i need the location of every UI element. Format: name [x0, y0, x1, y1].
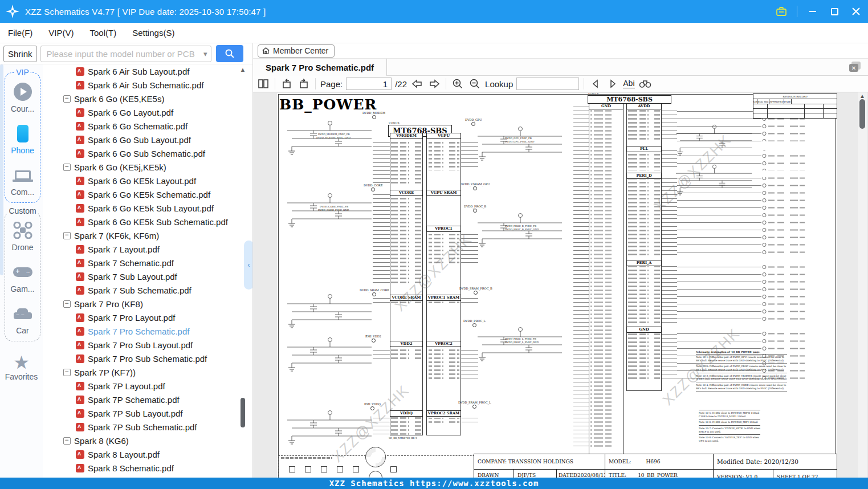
sheet-title-field: TITLE: 10_BB_POWER	[605, 470, 714, 478]
maximize-button[interactable]	[828, 5, 841, 18]
tree-row[interactable]: Spark 7 Pro (KF8)	[43, 297, 252, 311]
tree-row[interactable]: Spark 6 Go KE5k Sub Layout.pdf	[43, 201, 252, 215]
pdf-scrollbar-thumb[interactable]	[859, 99, 865, 129]
collapse-expander-icon[interactable]	[63, 95, 71, 103]
tab-spark7pro-schematic[interactable]: Spark 7 Pro Schematic.pdf	[253, 59, 387, 76]
note-row: Note 10-8: Connects 'AVDD18_TEF' to GND …	[699, 434, 760, 443]
tree-row[interactable]: Spark 7P Sub Schematic.pdf	[43, 420, 252, 434]
tree-item-label: Spark 7P (KF7))	[74, 368, 136, 377]
zoom-in-icon[interactable]	[451, 77, 464, 91]
find-prev-icon[interactable]	[589, 77, 602, 91]
tree-row[interactable]: Spark 6 Go Sub Layout.pdf	[43, 133, 252, 146]
tree-row[interactable]: Spark 6 Go KE5k Layout.pdf	[43, 174, 252, 188]
collapse-expander-icon[interactable]	[63, 369, 71, 376]
collapse-expander-icon[interactable]	[63, 232, 71, 239]
collapse-expander-icon[interactable]	[63, 164, 71, 171]
zoom-out-icon[interactable]	[468, 77, 482, 91]
pdf-file-icon	[76, 190, 84, 199]
tree-row[interactable]: Spark 7 Pro Layout.pdf	[43, 311, 252, 324]
model-field: MODEL: H696	[605, 454, 714, 469]
tree-row[interactable]: Spark 7 Pro Sub Layout.pdf	[43, 338, 252, 352]
tree-row[interactable]: Spark 7 Sub Schematic.pdf	[43, 283, 252, 297]
sidebar-item[interactable]: Phone	[5, 124, 40, 155]
pdf-file-icon	[76, 409, 84, 418]
tree-row[interactable]: Spark 7P Schematic.pdf	[43, 393, 252, 406]
minimize-button[interactable]	[806, 5, 819, 18]
tree-row[interactable]: Spark 8 Layout.pdf	[43, 447, 252, 461]
tree-item-label: Spark 7P Schematic.pdf	[88, 395, 180, 405]
find-next-icon[interactable]	[606, 77, 620, 91]
menu-item[interactable]: VIP(V)	[48, 28, 74, 38]
tree-row[interactable]: Spark 8 Schematic.pdf	[43, 461, 252, 475]
tree-row[interactable]: Spark 6 Go KE5k Schematic.pdf	[43, 188, 252, 201]
sidebar-item[interactable]: Com...	[5, 165, 40, 197]
tree-row[interactable]: Spark 6 Go (KE5,KE5s)	[43, 92, 252, 105]
collapse-expander-icon[interactable]	[63, 437, 71, 445]
pdf-file-icon	[76, 67, 84, 76]
prev-page-icon[interactable]	[410, 77, 424, 91]
close-button[interactable]	[850, 5, 862, 18]
lookup-input[interactable]	[516, 78, 579, 90]
collapse-expander-icon[interactable]	[63, 300, 71, 308]
shrink-button[interactable]: Shrink	[3, 46, 37, 62]
close-all-tabs-icon[interactable]: ✕	[849, 62, 861, 72]
tree-row[interactable]: Spark 7 Pro Schematic.pdf	[43, 324, 252, 338]
tree-scroll-up-icon[interactable]: ▲	[239, 66, 247, 74]
tree-item-label: Spark 6 Go Sub Layout.pdf	[88, 135, 191, 145]
revision-record-table: REVISION RECORD CRECO NO:APPROVEDDATE	[753, 93, 837, 119]
tree-row[interactable]: Spark 6 Go Sub Schematic.pdf	[43, 146, 252, 160]
next-page-icon[interactable]	[427, 77, 441, 91]
tree-item-label: Spark 7P Sub Schematic.pdf	[88, 422, 197, 432]
tree-row[interactable]: Spark 7P Sub Layout.pdf	[43, 406, 252, 420]
tree-row[interactable]: Spark 8 (KG6)	[43, 434, 252, 447]
match-case-button[interactable]: Abi	[623, 79, 634, 88]
power-section-label: PERI_A	[626, 260, 662, 266]
tree-row[interactable]: Spark 7 Sub Layout.pdf	[43, 270, 252, 283]
star-icon: ★	[13, 354, 30, 371]
component-ref-label: U1801-F	[588, 92, 599, 95]
tree-row[interactable]: Spark 6 Go Layout.pdf	[43, 105, 252, 119]
sidebar-item[interactable]: Car	[5, 304, 40, 335]
vip-group-label: VIP	[14, 68, 31, 77]
menu-item[interactable]: Tool(T)	[90, 28, 117, 38]
sidebar-item[interactable]: Drone	[5, 221, 40, 252]
dated-field: DATED2020/08/13	[557, 470, 605, 478]
tree-row[interactable]: Spark 6 Go (KE5j,KE5k)	[43, 160, 252, 174]
tree-row[interactable]: Spark 7 Schematic.pdf	[43, 256, 252, 270]
tree-row[interactable]: Spark 7 Layout.pdf	[43, 242, 252, 256]
rotate-right-icon[interactable]	[297, 77, 311, 91]
tree-scrollbar-thumb[interactable]	[241, 398, 245, 427]
model-search-input[interactable]	[46, 48, 198, 59]
binoculars-icon[interactable]	[638, 77, 652, 91]
net-flag-label: DVDD_GPU	[465, 118, 482, 126]
two-page-view-icon[interactable]	[256, 77, 270, 91]
tree-row[interactable]: Spark 6 Air Sub Layout.pdf	[43, 64, 252, 78]
pdf-file-icon	[76, 272, 84, 281]
menu-item[interactable]: Settings(S)	[132, 28, 174, 38]
rotate-left-icon[interactable]	[280, 77, 294, 91]
tree-row[interactable]: Spark 6 Go KE5k Sub Schematic.pdf	[43, 215, 252, 229]
sidebar-scrollbar[interactable]	[0, 64, 3, 275]
tree-row[interactable]: Spark 7 (KF6k, KF6m)	[43, 229, 252, 242]
page-number-input[interactable]	[346, 78, 392, 90]
pdf-file-icon	[76, 464, 84, 472]
tree-row[interactable]: Spark 6 Air Sub Schematic.pdf	[43, 78, 252, 92]
tree-row[interactable]: Spark 7P (KF7))	[43, 365, 252, 379]
chevron-down-icon[interactable]: ▾	[203, 50, 207, 58]
pdf-canvas[interactable]: BB_POWER MT6768-SBS MT6768-SBS VMODEMVGP…	[253, 92, 868, 478]
tree-item-label: Spark 7 Pro Schematic.pdf	[88, 327, 189, 336]
tree-row[interactable]: Spark 7 Pro Sub Schematic.pdf	[43, 352, 252, 365]
pdf-vertical-scrollbar[interactable]: ▲	[858, 92, 867, 478]
sidebar-item[interactable]: Cour...	[5, 82, 40, 113]
sidebar-item-favorites[interactable]: ★ Favorites	[0, 354, 43, 381]
sidebar-item[interactable]: Gam...	[5, 262, 40, 294]
vip-briefcase-icon[interactable]	[775, 5, 788, 18]
search-button[interactable]	[216, 45, 243, 62]
member-center-button[interactable]: Member Center	[258, 44, 335, 58]
tree-row[interactable]: Spark 6 Go Schematic.pdf	[43, 119, 252, 133]
tree-row[interactable]: Spark 7P Layout.pdf	[43, 379, 252, 393]
play-icon	[14, 83, 32, 101]
menu-item[interactable]: File(F)	[8, 28, 32, 38]
net-flag-label: DVDD_SRAM_PROC_B	[459, 287, 492, 295]
component-ref-label: DVDD_CORE_PMIC_FB	[320, 205, 348, 208]
